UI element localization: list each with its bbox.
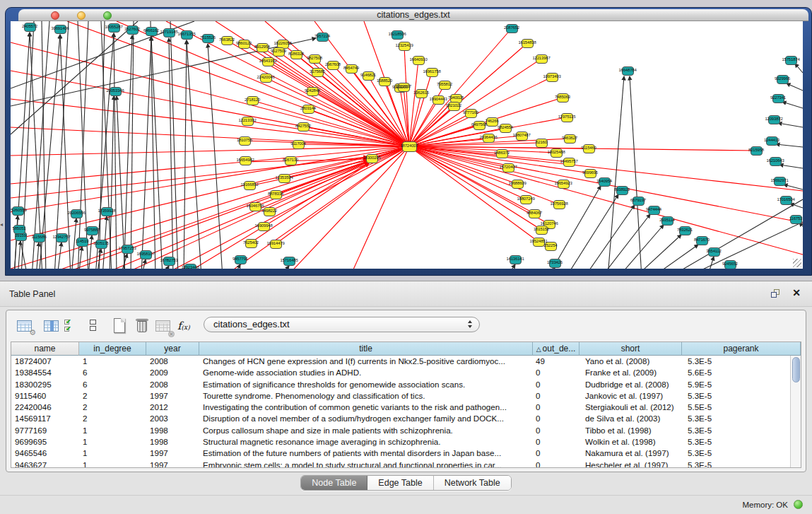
table-cell[interactable]: 2 [79, 413, 146, 424]
table-cell[interactable]: 0 [533, 379, 579, 390]
float-panel-icon[interactable] [771, 289, 781, 298]
close-panel-icon[interactable]: ✕ [792, 287, 801, 298]
network-window-titlebar[interactable]: citations_edges.txt [18, 9, 808, 21]
table-cell[interactable]: 5.3E-5 [682, 413, 790, 424]
table-cell[interactable]: 5.9E-5 [682, 379, 790, 390]
table-cell[interactable]: 1 [79, 448, 146, 459]
table-cell[interactable]: 18724007 [11, 356, 79, 367]
column-header-year[interactable]: year [146, 342, 199, 356]
table-cell[interactable]: 1 [79, 460, 146, 467]
table-cell[interactable]: Investigating the contribution of common… [199, 402, 533, 413]
select-columns-icon[interactable] [42, 315, 63, 337]
panel-toggle-arrow[interactable]: ◂ [0, 221, 3, 228]
table-cell[interactable]: 6 [79, 379, 146, 390]
table-cell[interactable]: Genome-wide association studies in ADHD. [199, 367, 533, 378]
table-cell[interactable]: 18300295 [11, 379, 79, 390]
table-cell[interactable]: 2012 [146, 402, 199, 413]
column-header-title[interactable]: title [199, 342, 533, 356]
table-cell[interactable]: Wolkin et al. (1998) [579, 436, 682, 448]
table-cell[interactable]: Dudbridge et al. (2008) [579, 379, 682, 390]
delete-columns-icon[interactable]: ✕ [153, 315, 175, 337]
table-selector-dropdown[interactable]: citations_edges.txt [204, 317, 480, 332]
table-cell[interactable]: 1 [79, 356, 146, 367]
table-cell[interactable]: 5.3E-5 [682, 448, 790, 459]
tab-edge-table[interactable]: Edge Table [367, 476, 433, 490]
table-cell[interactable]: Disruption of a novel member of a sodium… [199, 413, 533, 424]
table-cell[interactable]: 2008 [146, 356, 199, 367]
table-settings-icon[interactable]: ⚙ [15, 315, 36, 337]
table-cell[interactable]: Franke et al. (2009) [579, 367, 682, 378]
table-cell[interactable]: 0 [533, 425, 579, 436]
table-cell[interactable]: Stergiakouli et al. (2012) [579, 402, 682, 413]
tab-node-table[interactable]: Node Table [301, 476, 367, 490]
scrollbar-thumb[interactable] [792, 357, 800, 382]
column-header-short[interactable]: short [579, 342, 682, 356]
table-cell[interactable]: de Silva et al. (2003) [579, 413, 682, 424]
table-cell[interactable]: Tibbo et al. (1998) [579, 425, 682, 436]
table-cell[interactable]: 5.3E-5 [682, 436, 790, 448]
table-cell[interactable]: 5.3E-5 [682, 425, 790, 436]
table-cell[interactable]: 0 [533, 390, 579, 402]
table-cell[interactable]: 0 [533, 460, 579, 467]
table-cell[interactable]: Changes of HCN gene expression and I(f) … [199, 356, 533, 367]
table-cell[interactable]: Embryonic stem cells: a model to study s… [199, 460, 533, 467]
table-cell[interactable]: 0 [533, 402, 579, 413]
table-cell[interactable]: 2 [79, 390, 146, 402]
table-cell[interactable]: 9463627 [11, 460, 79, 467]
table-cell[interactable]: 2 [79, 402, 146, 413]
table-cell[interactable]: 5.3E-5 [682, 390, 790, 402]
network-canvas[interactable]: 1872400718300295766382298601238912954182… [11, 21, 803, 269]
table-cell[interactable]: 1 [79, 436, 146, 448]
table-row[interactable]: 911546021997Tourette syndrome. Phenomeno… [11, 390, 790, 402]
tab-network-table[interactable]: Network Table [434, 476, 511, 490]
row-height-icon[interactable] [83, 315, 104, 337]
table-cell[interactable]: Tourette syndrome. Phenomenology and cla… [199, 390, 533, 402]
table-cell[interactable]: 5.3E-5 [682, 356, 790, 367]
table-cell[interactable]: 5.3E-5 [682, 460, 790, 467]
table-row[interactable]: 1830029562008Estimation of significance … [11, 379, 790, 390]
table-cell[interactable]: 9777169 [11, 425, 79, 436]
minimize-button[interactable] [77, 11, 86, 20]
table-cell[interactable]: 14569117 [11, 413, 79, 424]
function-builder-icon[interactable]: f(x) [177, 315, 199, 337]
select-rows-icon[interactable]: ✔ ✔ [63, 315, 84, 337]
table-cell[interactable]: 1997 [146, 460, 199, 467]
zoom-button[interactable] [103, 11, 112, 20]
create-table-icon[interactable] [110, 315, 131, 337]
column-header-out-degree[interactable]: △out_de... [533, 342, 579, 356]
table-cell[interactable]: 1998 [146, 436, 199, 448]
table-cell[interactable]: 22420046 [11, 402, 79, 413]
column-header-pagerank[interactable]: pagerank [682, 342, 801, 356]
table-cell[interactable]: Nakamura et al. (1997) [579, 448, 682, 459]
table-cell[interactable]: Estimation of the future numbers of pati… [199, 448, 533, 459]
close-button[interactable] [51, 11, 59, 20]
column-header-name[interactable]: name [11, 342, 79, 356]
table-row[interactable]: 946554611997Estimation of the future num… [11, 448, 790, 459]
table-cell[interactable]: 2008 [146, 379, 199, 390]
table-cell[interactable]: Structural magnetic resonance image aver… [199, 436, 533, 448]
table-row[interactable]: 1872400712008Changes of HCN gene express… [11, 356, 790, 367]
table-cell[interactable]: 19384554 [11, 367, 79, 378]
table-cell[interactable]: 0 [533, 436, 579, 448]
table-cell[interactable]: 0 [533, 448, 579, 459]
table-cell[interactable]: 0 [533, 367, 579, 378]
table-cell[interactable]: 2003 [146, 413, 199, 424]
table-cell[interactable]: Hescheler et al. (1997) [579, 460, 682, 467]
table-row[interactable]: 946362711997Embryonic stem cells: a mode… [11, 460, 790, 467]
table-cell[interactable]: 6 [79, 367, 146, 378]
table-row[interactable]: 1938455462009Genome-wide association stu… [11, 367, 790, 378]
table-cell[interactable]: Yano et al. (2008) [579, 356, 682, 367]
table-row[interactable]: 977716911998Corpus callosum shape and si… [11, 425, 790, 436]
table-cell[interactable]: Jankovic et al. (1997) [579, 390, 682, 402]
table-cell[interactable]: 5.5E-5 [682, 402, 790, 413]
table-cell[interactable]: 9699695 [11, 436, 79, 448]
table-cell[interactable]: 9115460 [11, 390, 79, 402]
table-cell[interactable]: 1997 [146, 448, 199, 459]
delete-table-icon[interactable] [132, 315, 153, 337]
column-header-in-degree[interactable]: in_degree [79, 342, 146, 356]
table-vertical-scrollbar[interactable] [790, 356, 801, 467]
table-cell[interactable]: 9465546 [11, 448, 79, 459]
table-cell[interactable]: Estimation of significance thresholds fo… [199, 379, 533, 390]
table-cell[interactable]: 0 [533, 413, 579, 424]
table-row[interactable]: 2242004622012Investigating the contribut… [11, 402, 790, 413]
